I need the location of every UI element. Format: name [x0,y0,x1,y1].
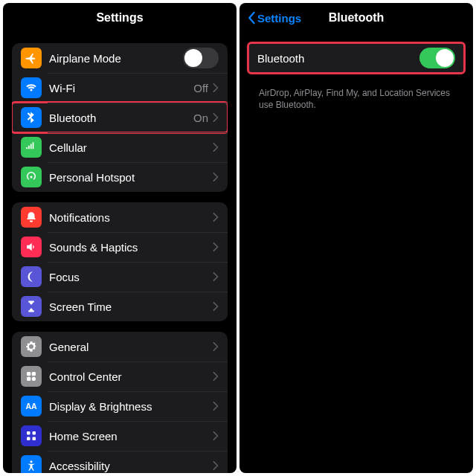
focus-icon [21,266,42,287]
bluetooth-value: On [193,112,208,124]
chevron-right-icon [213,242,219,251]
settings-row-hotspot[interactable]: Personal Hotspot [12,162,228,192]
settings-row-focus[interactable]: Focus [12,262,228,292]
svg-rect-6 [33,431,36,435]
settings-list[interactable]: Airplane ModeWi-FiOffBluetoothOnCellular… [3,33,237,473]
svg-rect-2 [27,377,30,381]
back-label: Settings [257,12,301,25]
svg-text:AA: AA [25,402,37,411]
airplane-label: Airplane Mode [49,52,183,65]
screentime-label: Screen Time [49,300,213,313]
settings-row-notifications[interactable]: Notifications [12,202,228,232]
chevron-right-icon [213,402,219,411]
bluetooth-icon [21,107,42,128]
bluetooth-toggle-row[interactable]: Bluetooth [248,43,464,73]
hotspot-label: Personal Hotspot [49,171,213,184]
settings-row-wifi[interactable]: Wi-FiOff [12,73,228,103]
wifi-icon [21,77,42,98]
display-icon: AA [21,396,42,416]
svg-rect-5 [27,431,30,435]
bluetooth-toggle-label: Bluetooth [257,52,419,65]
general-label: General [49,341,213,353]
chevron-right-icon [213,272,219,281]
svg-point-3 [32,377,36,381]
focus-label: Focus [49,271,213,283]
chevron-right-icon [213,342,219,351]
bluetooth-label: Bluetooth [49,112,193,124]
bluetooth-footer: AirDrop, AirPlay, Find My, and Location … [248,83,464,111]
settings-row-sounds[interactable]: Sounds & Haptics [12,232,228,262]
settings-row-accessibility[interactable]: Accessibility [12,451,228,473]
sounds-label: Sounds & Haptics [49,241,213,254]
settings-row-display[interactable]: AADisplay & Brightness [12,391,228,421]
page-title: Bluetooth [329,11,385,25]
airplane-icon [21,48,42,68]
controlcenter-icon [21,366,42,387]
svg-point-9 [30,460,33,463]
controlcenter-label: Control Center [49,370,213,383]
chevron-right-icon [213,372,219,381]
chevron-right-icon [213,461,219,470]
settings-row-homescreen[interactable]: Home Screen [12,421,228,451]
sounds-icon [21,237,42,257]
bluetooth-toggle[interactable] [419,48,455,68]
accessibility-label: Accessibility [49,460,213,472]
chevron-right-icon [213,83,219,92]
svg-rect-8 [33,437,36,441]
chevron-right-icon [213,213,219,222]
chevron-right-icon [213,173,219,181]
general-icon [21,336,42,357]
page-title: Settings [3,3,237,33]
hotspot-icon [21,167,42,187]
homescreen-label: Home Screen [49,430,213,443]
chevron-right-icon [213,302,219,311]
settings-row-bluetooth[interactable]: BluetoothOn [12,103,228,132]
settings-row-screentime[interactable]: Screen Time [12,292,228,321]
cellular-label: Cellular [49,141,213,154]
settings-screen: Settings Airplane ModeWi-FiOffBluetoothO… [3,3,237,473]
settings-row-cellular[interactable]: Cellular [12,132,228,162]
bluetooth-screen: Settings Bluetooth Bluetooth AirDrop, Ai… [239,3,473,473]
back-button[interactable]: Settings [247,11,301,25]
screentime-icon [21,296,42,317]
airplane-toggle[interactable] [183,48,219,68]
chevron-right-icon [213,143,219,152]
wifi-value: Off [193,82,208,94]
notifications-icon [21,207,42,228]
chevron-right-icon [213,113,219,122]
cellular-icon [21,137,42,158]
svg-rect-1 [32,372,36,376]
settings-row-general[interactable]: General [12,332,228,361]
svg-rect-7 [27,437,30,441]
settings-row-airplane[interactable]: Airplane Mode [12,43,228,73]
svg-rect-0 [27,372,30,376]
homescreen-icon [21,425,42,446]
wifi-label: Wi-Fi [49,82,193,94]
display-label: Display & Brightness [49,400,213,413]
chevron-right-icon [213,431,219,440]
accessibility-icon [21,455,42,473]
notifications-label: Notifications [49,211,213,224]
settings-row-controlcenter[interactable]: Control Center [12,361,228,391]
